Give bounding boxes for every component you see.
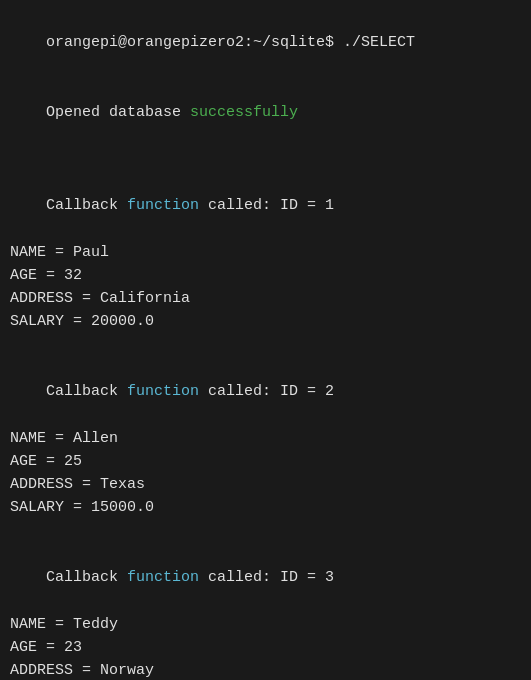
prompt-line: orangepi@orangepizero2:~/sqlite$ ./SELEC… <box>10 8 521 78</box>
opened-prefix: Opened database <box>46 104 190 121</box>
callback-suffix-3: called: ID = 3 <box>199 569 334 586</box>
callback-line-3: Callback function called: ID = 3 <box>10 543 521 613</box>
opened-db-line: Opened database successfully <box>10 78 521 148</box>
name-3: NAME = Teddy <box>10 613 521 636</box>
name-2: NAME = Allen <box>10 427 521 450</box>
terminal-window: orangepi@orangepizero2:~/sqlite$ ./SELEC… <box>0 0 531 680</box>
spacer-1 <box>10 148 521 171</box>
callback-suffix-2: called: ID = 2 <box>199 383 334 400</box>
spacer-2 <box>10 334 521 357</box>
address-2: ADDRESS = Texas <box>10 473 521 496</box>
address-3: ADDRESS = Norway <box>10 659 521 680</box>
spacer-3 <box>10 520 521 543</box>
callback-suffix-1: called: ID = 1 <box>199 197 334 214</box>
prompt-text: orangepi@orangepizero2:~/sqlite$ ./SELEC… <box>46 34 415 51</box>
address-1: ADDRESS = California <box>10 287 521 310</box>
age-3: AGE = 23 <box>10 636 521 659</box>
callback-line-1: Callback function called: ID = 1 <box>10 171 521 241</box>
callback-prefix-3: Callback <box>46 569 127 586</box>
callback-prefix-1: Callback <box>46 197 127 214</box>
func-keyword-2: function <box>127 383 199 400</box>
callback-prefix-2: Callback <box>46 383 127 400</box>
func-keyword-1: function <box>127 197 199 214</box>
age-2: AGE = 25 <box>10 450 521 473</box>
callback-line-2: Callback function called: ID = 2 <box>10 357 521 427</box>
age-1: AGE = 32 <box>10 264 521 287</box>
func-keyword-3: function <box>127 569 199 586</box>
opened-highlight: successfully <box>190 104 298 121</box>
salary-2: SALARY = 15000.0 <box>10 496 521 519</box>
name-1: NAME = Paul <box>10 241 521 264</box>
salary-1: SALARY = 20000.0 <box>10 310 521 333</box>
